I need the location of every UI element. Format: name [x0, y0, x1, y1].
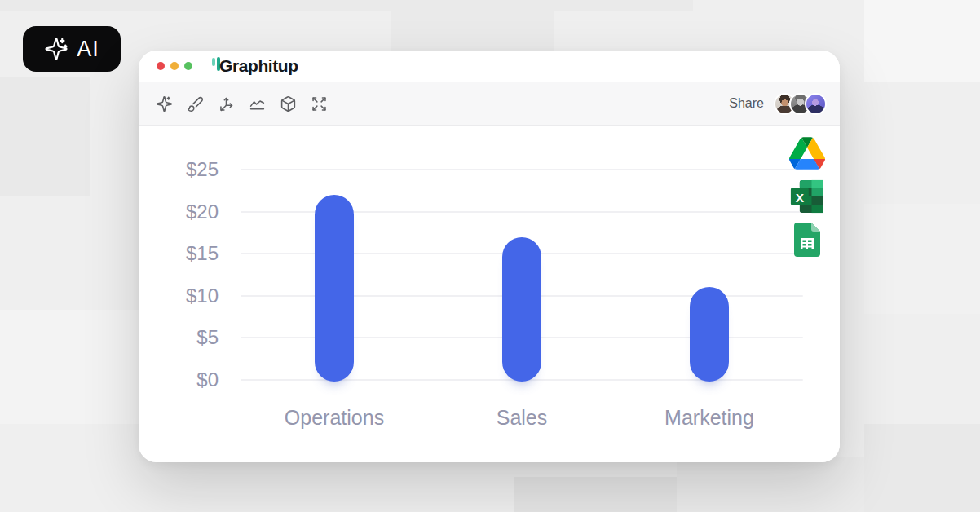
line-chart-icon[interactable] — [249, 95, 266, 113]
toolbar: Share — [139, 82, 840, 126]
background-tile — [677, 457, 864, 512]
background-tile — [514, 477, 677, 512]
sparkles-icon[interactable] — [156, 95, 173, 113]
y-axis-tick-label: $25 — [139, 158, 219, 181]
background-tile — [864, 424, 980, 512]
bar-sales[interactable] — [502, 237, 541, 382]
traffic-lights — [157, 62, 192, 70]
background-tile — [0, 77, 90, 196]
background-tile — [864, 204, 980, 314]
x-axis-category-label: Operations — [261, 406, 408, 430]
background-tile — [864, 0, 980, 82]
expand-icon[interactable] — [311, 95, 328, 113]
background-tile — [0, 310, 139, 424]
y-axis-tick-label: $20 — [139, 201, 219, 223]
x-axis-category-label: Sales — [448, 406, 595, 430]
ai-badge-label: AI — [77, 37, 99, 62]
svg-text:X: X — [796, 191, 805, 205]
gridline — [241, 169, 803, 170]
cube-icon[interactable] — [280, 95, 297, 113]
window-titlebar: Graphitup — [139, 51, 840, 82]
bar-chart: $25$20$15$10$5$0OperationsSalesMarketing — [139, 126, 840, 462]
bar-operations[interactable] — [315, 195, 354, 382]
y-axis-tick-label: $10 — [139, 285, 219, 307]
app-logo: Graphitup — [212, 56, 298, 76]
paintbrush-icon[interactable] — [187, 95, 204, 113]
x-axis-category-label: Marketing — [636, 406, 783, 430]
background-tile — [0, 0, 693, 11]
y-axis-tick-label: $0 — [139, 369, 219, 391]
google-sheets-icon[interactable] — [789, 223, 825, 257]
y-axis-tick-label: $15 — [139, 242, 219, 265]
y-axis-tick-label: $5 — [139, 326, 219, 349]
collaborator-avatars — [774, 93, 827, 115]
move-3d-icon[interactable] — [218, 95, 235, 113]
zoom-window-button[interactable] — [184, 62, 192, 70]
avatar[interactable] — [805, 93, 827, 115]
microsoft-excel-icon[interactable]: X — [789, 179, 825, 214]
sparkles-icon — [44, 37, 68, 61]
app-window: Graphitup — [139, 51, 840, 462]
share-button[interactable]: Share — [729, 96, 764, 111]
ai-badge: AI — [23, 26, 121, 72]
google-drive-icon[interactable] — [789, 137, 825, 170]
bar-marketing[interactable] — [690, 287, 729, 382]
minimize-window-button[interactable] — [170, 62, 179, 70]
close-window-button[interactable] — [157, 62, 165, 70]
app-name: Graphitup — [219, 56, 298, 76]
